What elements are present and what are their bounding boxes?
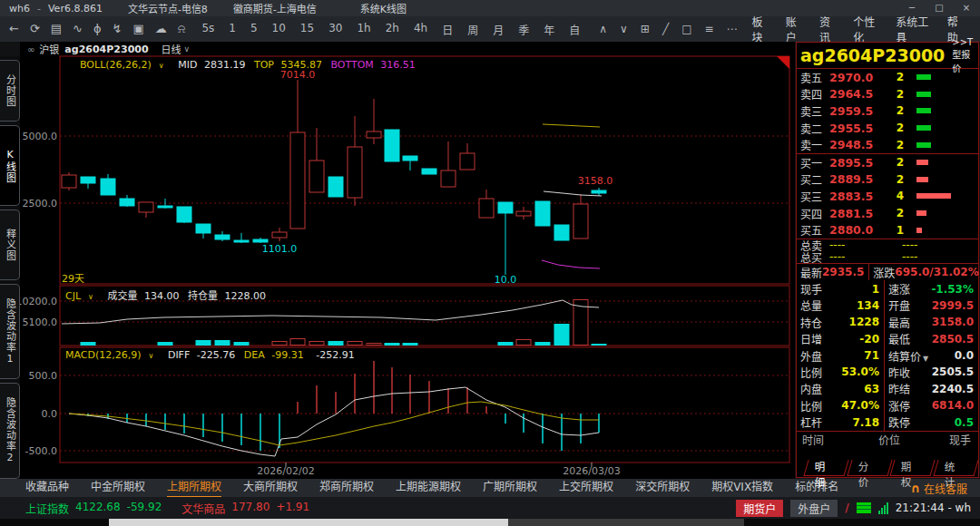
dropdown-triangle-icon[interactable]: ▼ — [923, 355, 928, 363]
sidebar-tab-释义图[interactable]: 释义图 — [0, 209, 20, 280]
exchange-tab-深交所期权[interactable]: 深交所期权 — [635, 479, 690, 498]
quote-board-icon[interactable]: ▤ — [51, 22, 62, 36]
volume-bar — [498, 343, 513, 346]
period-button-日[interactable]: 日 — [442, 22, 453, 37]
more-icon[interactable]: ⋯ — [727, 23, 738, 35]
menu-个性化[interactable]: 个性化 — [853, 14, 879, 44]
draw-line-icon[interactable]: ╱ — [662, 23, 669, 35]
sidebar-tab-分时图[interactable]: 分时图 — [0, 60, 20, 122]
period-button-季[interactable]: 季 — [518, 22, 529, 37]
kline-chart-svg[interactable]: 5000.02500.010200.05100.0500.00.0-500.02… — [20, 42, 795, 479]
sidebar-tab-隐含波动率2[interactable]: 隐含波动率2 — [0, 383, 20, 479]
menu-账户[interactable]: 账户 — [786, 14, 803, 44]
detail-value: 63 — [864, 383, 879, 395]
period-button-10[interactable]: 10 — [272, 22, 286, 37]
period-selector[interactable]: 日线 — [162, 42, 181, 56]
flash-icon[interactable]: ↯ — [113, 22, 122, 36]
ladder-row-卖五[interactable]: 卖五2970.02 — [797, 69, 978, 86]
ladder-level-label: 卖二 — [800, 121, 829, 136]
futures-account-button[interactable]: 期货户 — [736, 500, 783, 517]
period-button-年[interactable]: 年 — [544, 22, 554, 37]
ladder-row-卖四[interactable]: 卖四2964.52 — [797, 86, 978, 103]
period-button-5[interactable]: 5 — [250, 22, 258, 37]
candle-body — [403, 156, 417, 161]
detail-left: 总量134 — [797, 297, 885, 314]
expand-down-icon[interactable]: ∨ — [620, 23, 628, 35]
menu-系统工具[interactable]: 系统工具 — [896, 14, 931, 44]
quote-tab-明细[interactable]: 明细 — [803, 460, 848, 476]
cloud-icon[interactable]: ☁ — [155, 22, 167, 36]
rectangle-icon[interactable]: □ — [681, 23, 691, 35]
period-button-1h[interactable]: 1h — [357, 22, 370, 37]
doc-icon[interactable]: ≡ — [705, 23, 714, 35]
chart-window-icon[interactable]: ▣ — [133, 22, 144, 36]
add-pane-icon[interactable]: ⊞ — [641, 23, 650, 35]
exchange-tab-大商所期权[interactable]: 大商所期权 — [243, 479, 298, 498]
detail-label[interactable]: 结算价▼ — [888, 348, 928, 364]
candle-body — [535, 201, 550, 226]
bell-icon[interactable]: ⍾ — [178, 22, 186, 36]
cjl-label[interactable]: CJL∨ — [65, 290, 99, 302]
detail-label: 昨收 — [888, 365, 910, 380]
period-button-自[interactable]: 自 — [569, 22, 580, 37]
boll-label[interactable]: BOLL(26,26,2)∨ — [80, 59, 170, 71]
period-button-5s[interactable]: 5s — [201, 22, 214, 37]
candlestick-icon[interactable]: ϕ — [93, 22, 102, 36]
foreign-account-button[interactable]: 外盘户 — [790, 500, 838, 517]
menu-板块[interactable]: 板块 — [752, 14, 769, 44]
ladder-qty: 2 — [878, 139, 904, 151]
trend-line-icon[interactable]: ∿ — [73, 22, 83, 36]
menu-资讯[interactable]: 资讯 — [819, 14, 837, 44]
detail-value: 1 — [872, 283, 879, 296]
refresh-icon[interactable]: ⟳ — [30, 22, 40, 36]
chart-area[interactable]: 5000.02500.010200.05100.0500.00.0-500.02… — [20, 42, 795, 479]
detail-row-日增: 日增-20最低2850.5 — [797, 331, 978, 347]
exchange-tab-期权VIX指数[interactable]: 期权VIX指数 — [711, 479, 773, 498]
exchange-tab-上交所期权[interactable]: 上交所期权 — [559, 479, 613, 498]
macd-label[interactable]: MACD(12,26,9)∨ — [65, 349, 159, 361]
taskbar-segment — [508, 519, 744, 526]
ladder-depth-bar — [916, 160, 928, 165]
index1-name[interactable]: 上证指数 — [25, 501, 69, 516]
ladder-row-买二[interactable]: 买二2889.52 — [797, 171, 978, 189]
sidebar-tab-隐含波动率1[interactable]: 隐含波动率1 — [0, 284, 20, 380]
view-title: 系统K线图 — [360, 1, 407, 15]
quote-tab-label: 分价 — [858, 460, 877, 491]
period-button-1[interactable]: 1 — [229, 22, 236, 37]
ladder-bar-zone — [904, 74, 978, 80]
ladder-row-卖三[interactable]: 卖三2959.52 — [797, 102, 978, 120]
ladder-row-买一[interactable]: 买一2895.52 — [797, 154, 978, 171]
exchange-tab-中金所期权[interactable]: 中金所期权 — [91, 479, 145, 498]
taskbar-window-sliver — [109, 519, 508, 526]
exchange-tab-上期所期权[interactable]: 上期所期权 — [167, 479, 221, 498]
exchange-tab-广期所期权[interactable]: 广期所期权 — [483, 479, 537, 498]
t-quote-link[interactable]: >>T型报价 — [952, 37, 978, 74]
exchange-tab-收藏品种[interactable]: 收藏品种 — [25, 479, 69, 498]
detail-value: 53.0% — [841, 365, 879, 378]
chevron-down-icon[interactable]: ∨ — [184, 44, 191, 54]
exchange-tab-郑商所期权[interactable]: 郑商所期权 — [319, 479, 374, 498]
quote-tab-分价[interactable]: 分价 — [847, 460, 892, 476]
ladder-row-卖二[interactable]: 卖二2955.52 — [797, 120, 978, 137]
back-icon[interactable]: ← — [9, 22, 19, 36]
ladder-row-买四[interactable]: 买四2881.52 — [797, 205, 978, 222]
period-button-周[interactable]: 周 — [467, 22, 478, 37]
exchange-tab-上期能源期权[interactable]: 上期能源期权 — [396, 479, 461, 498]
collapse-up-icon[interactable]: ∧ — [599, 23, 607, 35]
detail-left: 比例47.0% — [797, 397, 885, 414]
period-button-2h[interactable]: 2h — [386, 22, 399, 37]
quote-tab-统计[interactable]: 统计 — [933, 460, 978, 476]
index2-name[interactable]: 文华商品 — [181, 501, 225, 516]
ladder-row-买五[interactable]: 买五2880.01 — [797, 221, 978, 239]
link-icon[interactable]: ∞ — [27, 44, 34, 54]
ladder-row-买三[interactable]: 买三2883.54 — [797, 188, 978, 205]
ladder-row-卖一[interactable]: 卖一2948.52 — [797, 136, 978, 153]
period-button-月[interactable]: 月 — [493, 22, 504, 37]
quote-tab-期权[interactable]: 期权 — [889, 460, 935, 476]
period-button-30[interactable]: 30 — [328, 22, 342, 37]
period-button-15[interactable]: 15 — [300, 22, 314, 37]
macd-indicator-row: MACD(12,26,9)∨ DIFF -225.76 DEA -99.31 -… — [65, 349, 360, 361]
sidebar-tab-K线图[interactable]: K线图 — [0, 125, 20, 207]
period-button-4h[interactable]: 4h — [414, 22, 427, 37]
app-window: wh6 - Ver6.8.861 文华云节点-电信8 徽商期货-上海电信 系统K… — [0, 0, 980, 526]
